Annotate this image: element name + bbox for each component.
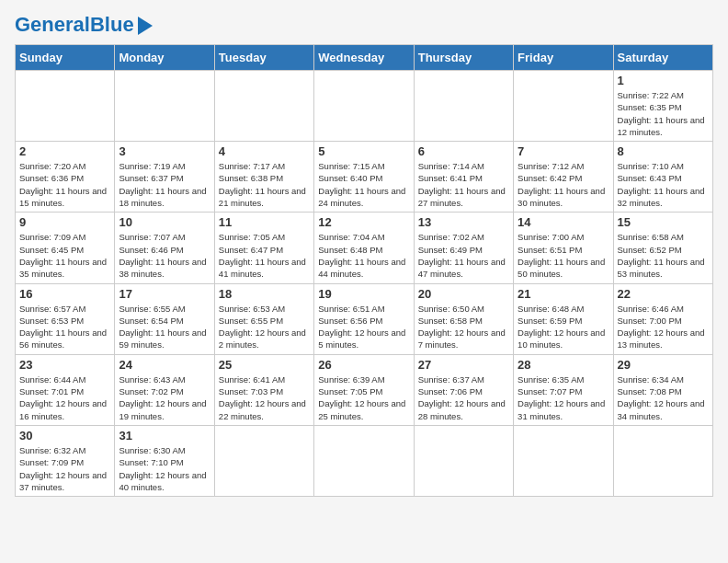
- cell-sun-info: Sunrise: 6:57 AM Sunset: 6:53 PM Dayligh…: [19, 303, 110, 351]
- weekday-header-sunday: Sunday: [16, 45, 115, 71]
- cell-sun-info: Sunrise: 7:19 AM Sunset: 6:37 PM Dayligh…: [119, 160, 210, 209]
- cell-sun-info: Sunrise: 6:53 AM Sunset: 6:55 PM Dayligh…: [219, 303, 310, 351]
- cell-day-number: 4: [219, 144, 310, 158]
- cell-sun-info: Sunrise: 7:09 AM Sunset: 6:45 PM Dayligh…: [19, 231, 110, 280]
- cell-sun-info: Sunrise: 6:48 AM Sunset: 6:59 PM Dayligh…: [518, 303, 609, 351]
- cell-sun-info: Sunrise: 7:10 AM Sunset: 6:43 PM Dayligh…: [618, 160, 709, 209]
- cell-sun-info: Sunrise: 6:50 AM Sunset: 6:58 PM Dayligh…: [418, 303, 509, 351]
- cell-sun-info: Sunrise: 6:39 AM Sunset: 7:05 PM Dayligh…: [318, 373, 409, 422]
- cell-day-number: 13: [418, 215, 509, 229]
- cell-sun-info: Sunrise: 7:17 AM Sunset: 6:38 PM Dayligh…: [219, 160, 310, 209]
- cell-day-number: 25: [219, 358, 310, 372]
- cell-sun-info: Sunrise: 6:55 AM Sunset: 6:54 PM Dayligh…: [119, 303, 210, 351]
- calendar-cell: [115, 71, 214, 142]
- calendar-cell: 29Sunrise: 6:34 AM Sunset: 7:08 PM Dayli…: [613, 354, 712, 425]
- calendar-cell: 14Sunrise: 7:00 AM Sunset: 6:51 PM Dayli…: [514, 213, 613, 283]
- cell-day-number: 12: [318, 215, 409, 229]
- calendar-header-row: SundayMondayTuesdayWednesdayThursdayFrid…: [16, 45, 713, 71]
- calendar-cell: 21Sunrise: 6:48 AM Sunset: 6:59 PM Dayli…: [514, 283, 613, 354]
- logo-blue: Blue: [90, 13, 134, 36]
- calendar-week-row: 16Sunrise: 6:57 AM Sunset: 6:53 PM Dayli…: [16, 283, 713, 354]
- calendar-cell: 26Sunrise: 6:39 AM Sunset: 7:05 PM Dayli…: [314, 354, 414, 425]
- cell-sun-info: Sunrise: 6:51 AM Sunset: 6:56 PM Dayligh…: [318, 303, 409, 351]
- cell-day-number: 16: [19, 287, 110, 301]
- calendar-cell: 13Sunrise: 7:02 AM Sunset: 6:49 PM Dayli…: [414, 213, 513, 283]
- calendar-cell: 3Sunrise: 7:19 AM Sunset: 6:37 PM Daylig…: [115, 142, 214, 213]
- calendar-cell: 5Sunrise: 7:15 AM Sunset: 6:40 PM Daylig…: [314, 142, 414, 213]
- calendar-cell: 19Sunrise: 6:51 AM Sunset: 6:56 PM Dayli…: [314, 283, 414, 354]
- calendar-cell: 23Sunrise: 6:44 AM Sunset: 7:01 PM Dayli…: [16, 354, 115, 425]
- cell-sun-info: Sunrise: 7:05 AM Sunset: 6:47 PM Dayligh…: [219, 231, 310, 280]
- cell-sun-info: Sunrise: 7:20 AM Sunset: 6:36 PM Dayligh…: [19, 160, 110, 209]
- cell-day-number: 10: [119, 215, 210, 229]
- logo-triangle-icon: [138, 17, 153, 35]
- logo: GeneralBlue: [15, 15, 153, 35]
- calendar-cell: 4Sunrise: 7:17 AM Sunset: 6:38 PM Daylig…: [214, 142, 313, 213]
- calendar-cell: 15Sunrise: 6:58 AM Sunset: 6:52 PM Dayli…: [613, 213, 712, 283]
- logo-wordmark: GeneralBlue: [15, 15, 134, 35]
- cell-sun-info: Sunrise: 6:37 AM Sunset: 7:06 PM Dayligh…: [418, 373, 509, 422]
- cell-sun-info: Sunrise: 7:12 AM Sunset: 6:42 PM Dayligh…: [518, 160, 609, 209]
- cell-day-number: 28: [518, 358, 609, 372]
- cell-sun-info: Sunrise: 6:34 AM Sunset: 7:08 PM Dayligh…: [618, 373, 709, 422]
- weekday-header-thursday: Thursday: [414, 45, 513, 71]
- cell-day-number: 7: [518, 144, 609, 158]
- calendar-cell: 24Sunrise: 6:43 AM Sunset: 7:02 PM Dayli…: [115, 354, 214, 425]
- cell-day-number: 1: [618, 74, 709, 87]
- calendar-cell: 20Sunrise: 6:50 AM Sunset: 6:58 PM Dayli…: [414, 283, 513, 354]
- cell-sun-info: Sunrise: 6:43 AM Sunset: 7:02 PM Dayligh…: [119, 373, 210, 422]
- calendar-cell: 10Sunrise: 7:07 AM Sunset: 6:46 PM Dayli…: [115, 213, 214, 283]
- calendar-cell: [414, 425, 513, 496]
- cell-sun-info: Sunrise: 7:02 AM Sunset: 6:49 PM Dayligh…: [418, 231, 509, 280]
- cell-sun-info: Sunrise: 7:07 AM Sunset: 6:46 PM Dayligh…: [119, 231, 210, 280]
- cell-sun-info: Sunrise: 7:04 AM Sunset: 6:48 PM Dayligh…: [318, 231, 409, 280]
- calendar-cell: [214, 425, 313, 496]
- calendar-week-row: 9Sunrise: 7:09 AM Sunset: 6:45 PM Daylig…: [16, 213, 713, 283]
- calendar-cell: [16, 71, 115, 142]
- calendar-week-row: 1Sunrise: 7:22 AM Sunset: 6:35 PM Daylig…: [16, 71, 713, 142]
- calendar-cell: [314, 71, 414, 142]
- cell-day-number: 19: [318, 287, 409, 301]
- cell-sun-info: Sunrise: 6:41 AM Sunset: 7:03 PM Dayligh…: [219, 373, 310, 422]
- cell-day-number: 26: [318, 358, 409, 372]
- calendar-table: SundayMondayTuesdayWednesdayThursdayFrid…: [15, 44, 713, 497]
- cell-day-number: 27: [418, 358, 509, 372]
- cell-sun-info: Sunrise: 6:58 AM Sunset: 6:52 PM Dayligh…: [618, 231, 709, 280]
- calendar-cell: 16Sunrise: 6:57 AM Sunset: 6:53 PM Dayli…: [16, 283, 115, 354]
- cell-sun-info: Sunrise: 6:35 AM Sunset: 7:07 PM Dayligh…: [518, 373, 609, 422]
- cell-sun-info: Sunrise: 6:30 AM Sunset: 7:10 PM Dayligh…: [119, 444, 210, 493]
- cell-day-number: 31: [119, 429, 210, 442]
- calendar-cell: 11Sunrise: 7:05 AM Sunset: 6:47 PM Dayli…: [214, 213, 313, 283]
- weekday-header-monday: Monday: [115, 45, 214, 71]
- cell-sun-info: Sunrise: 7:14 AM Sunset: 6:41 PM Dayligh…: [418, 160, 509, 209]
- weekday-header-wednesday: Wednesday: [314, 45, 414, 71]
- calendar-cell: 28Sunrise: 6:35 AM Sunset: 7:07 PM Dayli…: [514, 354, 613, 425]
- weekday-header-saturday: Saturday: [613, 45, 712, 71]
- cell-day-number: 3: [119, 144, 210, 158]
- cell-day-number: 22: [618, 287, 709, 301]
- logo-text-area: GeneralBlue: [15, 15, 134, 35]
- cell-sun-info: Sunrise: 6:46 AM Sunset: 7:00 PM Dayligh…: [618, 303, 709, 351]
- weekday-header-friday: Friday: [514, 45, 613, 71]
- cell-day-number: 21: [518, 287, 609, 301]
- calendar-cell: 1Sunrise: 7:22 AM Sunset: 6:35 PM Daylig…: [613, 71, 712, 142]
- calendar-cell: 8Sunrise: 7:10 AM Sunset: 6:43 PM Daylig…: [613, 142, 712, 213]
- logo-general: General: [15, 13, 90, 36]
- weekday-header-tuesday: Tuesday: [214, 45, 313, 71]
- cell-day-number: 20: [418, 287, 509, 301]
- cell-day-number: 15: [618, 215, 709, 229]
- calendar-cell: 22Sunrise: 6:46 AM Sunset: 7:00 PM Dayli…: [613, 283, 712, 354]
- cell-day-number: 29: [618, 358, 709, 372]
- calendar-cell: 9Sunrise: 7:09 AM Sunset: 6:45 PM Daylig…: [16, 213, 115, 283]
- cell-day-number: 5: [318, 144, 409, 158]
- calendar-cell: 2Sunrise: 7:20 AM Sunset: 6:36 PM Daylig…: [16, 142, 115, 213]
- calendar-cell: 18Sunrise: 6:53 AM Sunset: 6:55 PM Dayli…: [214, 283, 313, 354]
- cell-day-number: 8: [618, 144, 709, 158]
- calendar-cell: 27Sunrise: 6:37 AM Sunset: 7:06 PM Dayli…: [414, 354, 513, 425]
- cell-day-number: 2: [19, 144, 110, 158]
- calendar-week-row: 2Sunrise: 7:20 AM Sunset: 6:36 PM Daylig…: [16, 142, 713, 213]
- cell-day-number: 24: [119, 358, 210, 372]
- calendar-cell: 30Sunrise: 6:32 AM Sunset: 7:09 PM Dayli…: [16, 425, 115, 496]
- calendar-cell: [314, 425, 414, 496]
- calendar-cell: 25Sunrise: 6:41 AM Sunset: 7:03 PM Dayli…: [214, 354, 313, 425]
